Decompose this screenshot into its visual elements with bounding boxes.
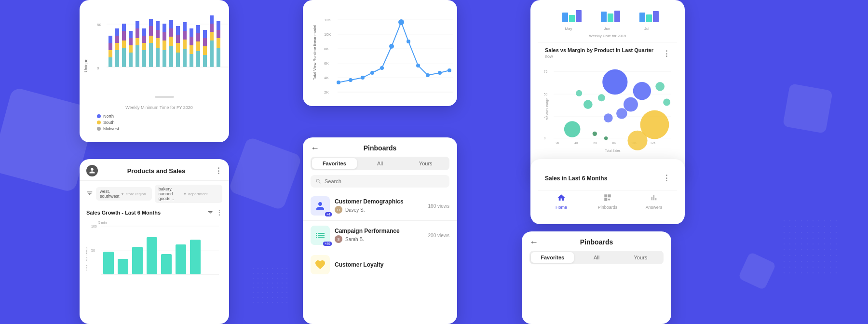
svg-rect-73 — [155, 96, 174, 98]
tab-all[interactable]: All — [358, 158, 403, 169]
svg-text:50: 50 — [97, 23, 101, 27]
svg-text:100: 100 — [91, 225, 97, 228]
svg-rect-55 — [190, 28, 193, 37]
ps-title: Products and Sales — [127, 167, 186, 175]
scatter-menu-icon[interactable]: ⋮ — [663, 49, 670, 58]
line-chart-y-label: Total View Runtime linear model — [312, 13, 317, 80]
svg-point-92 — [398, 19, 404, 25]
scatter-subtitle: now — [545, 54, 670, 59]
s6-menu-icon[interactable]: ⋮ — [663, 174, 670, 183]
svg-point-136 — [598, 94, 605, 101]
svg-rect-25 — [142, 43, 146, 50]
pbs-tab-favorites[interactable]: Favorites — [531, 252, 574, 263]
svg-rect-39 — [163, 24, 166, 32]
svg-rect-13 — [122, 40, 126, 48]
svg-rect-26 — [142, 36, 146, 43]
svg-rect-17 — [129, 45, 133, 53]
tab-favorites[interactable]: Favorites — [312, 158, 357, 169]
svg-text:2K: 2K — [556, 141, 560, 145]
search-input[interactable] — [325, 178, 445, 184]
s6-title: Sales in Last 6 Months — [545, 175, 607, 182]
ps-filter-icon[interactable] — [207, 210, 213, 216]
sales-6months-card: Sales in Last 6 Months ⋮ Home Pinboards … — [530, 159, 685, 224]
pb-item-user-demographics: Davey S. — [345, 207, 365, 213]
svg-rect-31 — [149, 19, 153, 26]
svg-rect-48 — [183, 49, 187, 67]
svg-rect-32 — [156, 48, 160, 67]
scatter-chart-card: May Jun Jul Weekly Date for 2019 Sales v… — [530, 0, 685, 178]
nav-home[interactable]: Home — [538, 193, 584, 210]
svg-rect-107 — [653, 11, 659, 22]
nav-answers-label: Answers — [646, 205, 663, 210]
svg-rect-104 — [614, 11, 620, 22]
svg-rect-71 — [217, 21, 220, 30]
pb-item-icon-loyalty — [311, 255, 330, 274]
svg-rect-58 — [196, 33, 200, 41]
svg-rect-102 — [601, 12, 607, 22]
svg-rect-34 — [156, 30, 160, 38]
pbs-tab-yours[interactable]: Yours — [619, 252, 662, 263]
svg-text:75: 75 — [544, 70, 548, 73]
svg-rect-5 — [108, 50, 112, 57]
pb-item-name-demographics: Customer Demographics — [335, 198, 423, 205]
scatter-header: Sales vs Margin by Product in Last Quart… — [538, 42, 677, 61]
bar-chart-area: 50 0 — [97, 12, 221, 103]
svg-rect-27 — [142, 28, 146, 36]
ps-funnel-icon — [86, 190, 93, 198]
pb-badge-demographics: +4 — [325, 212, 332, 216]
nav-answers[interactable]: Answers — [631, 193, 677, 210]
ps-filter-dept[interactable]: bakery, canned goods... ▼ department — [155, 185, 222, 203]
svg-point-131 — [604, 113, 613, 122]
svg-rect-69 — [217, 38, 220, 48]
ps-filter-region[interactable]: west, southwest ▼ store region — [96, 187, 152, 201]
svg-rect-45 — [176, 43, 180, 53]
list-item-campaign-performance[interactable]: +89 Campaign Performance S Sarah B. 200 … — [303, 221, 457, 250]
svg-text:0: 0 — [97, 66, 99, 70]
svg-point-137 — [576, 90, 582, 96]
pb-item-meta-campaign: S Sarah B. — [335, 235, 423, 243]
pb-badge-campaign: +89 — [323, 242, 332, 246]
svg-text:0: 0 — [544, 136, 546, 140]
svg-text:50: 50 — [544, 93, 548, 96]
ps-filter-dept-value: bakery, canned goods... — [159, 187, 182, 201]
pb-back-button[interactable]: ← — [311, 143, 319, 153]
svg-rect-15 — [122, 24, 126, 31]
svg-rect-38 — [163, 32, 166, 40]
svg-rect-53 — [190, 45, 193, 54]
legend-midwest-dot — [97, 127, 101, 131]
pbs-back-button[interactable]: ← — [529, 237, 538, 247]
pb-header: ← Pinboards — [303, 137, 457, 157]
svg-point-95 — [426, 73, 430, 77]
svg-rect-44 — [176, 53, 180, 67]
svg-rect-152 — [147, 237, 157, 274]
legend-midwest-label: Midwest — [103, 126, 119, 131]
svg-rect-29 — [149, 36, 153, 43]
svg-rect-35 — [156, 21, 160, 30]
nav-pinboards-label: Pinboards — [598, 205, 618, 210]
ps-menu-icon[interactable]: ⋮ — [215, 166, 222, 176]
pbs-header: ← Pinboards — [522, 231, 671, 251]
s6-header: Sales in Last 6 Months ⋮ — [538, 167, 677, 186]
nav-pinboards[interactable]: Pinboards — [584, 193, 631, 210]
list-item-customer-loyalty[interactable]: Customer Loyalty — [303, 250, 457, 279]
svg-text:% Gross Margin: % Gross Margin — [545, 97, 549, 120]
legend-midwest: Midwest — [97, 126, 221, 131]
svg-rect-99 — [562, 13, 568, 22]
svg-point-97 — [448, 68, 451, 72]
svg-point-87 — [349, 78, 353, 82]
svg-rect-33 — [156, 38, 160, 48]
svg-rect-49 — [183, 40, 187, 49]
svg-rect-155 — [190, 240, 201, 274]
svg-rect-40 — [169, 46, 173, 67]
ps-chart-menu[interactable]: ⋮ — [216, 209, 222, 216]
svg-point-134 — [564, 121, 581, 137]
list-item-customer-demographics[interactable]: +4 Customer Demographics D Davey S. 160 … — [303, 191, 457, 221]
svg-text:6K: 6K — [594, 141, 598, 145]
legend-south: South — [97, 120, 221, 125]
svg-text:10K: 10K — [324, 32, 331, 37]
tab-yours[interactable]: Yours — [403, 158, 448, 169]
pbs-tab-all[interactable]: All — [575, 252, 618, 263]
bar-chart-y-label: Unique — [83, 14, 88, 72]
svg-point-91 — [389, 44, 394, 49]
line-chart-svg: 12K 10K 8K 6K 4K 2K — [324, 13, 454, 106]
